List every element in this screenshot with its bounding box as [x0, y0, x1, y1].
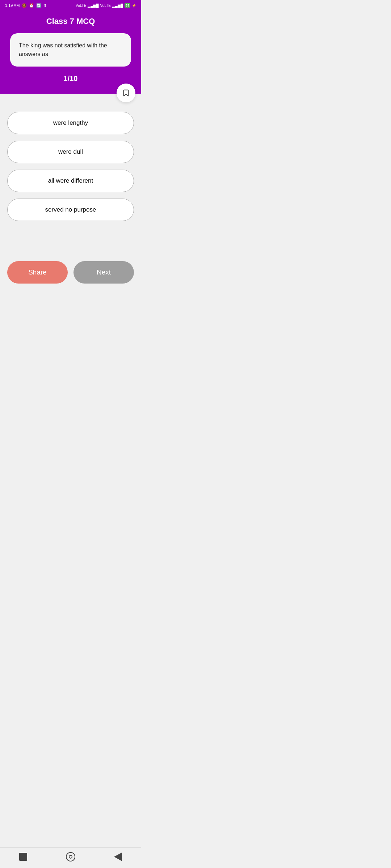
time-text: 1:19 AM: [5, 3, 20, 8]
option-3-button[interactable]: all were different: [7, 170, 134, 192]
volte-icon: VoLTE: [76, 4, 86, 8]
question-card: The king was not satisfied with the answ…: [10, 33, 131, 67]
next-button[interactable]: Next: [73, 261, 134, 284]
battery-indicator: 53: [125, 3, 130, 8]
status-indicators: VoLTE ▂▄▆█ VoLTE ▂▄▆█ 53 ⚡: [76, 3, 136, 8]
mute-icon: 🔕: [22, 3, 27, 8]
alarm-icon: ⏰: [29, 3, 34, 8]
status-bar: 1:19 AM 🔕 ⏰ 🔄 ⬆ VoLTE ▂▄▆█ VoLTE ▂▄▆█ 53…: [0, 0, 141, 10]
signal-2: ▂▄▆█: [112, 4, 123, 8]
share-button[interactable]: Share: [7, 261, 68, 284]
extra-icon: 🔄: [36, 3, 41, 8]
options-section: were lengthy were dull all were differen…: [0, 94, 141, 255]
header-section: Class 7 MCQ The king was not satisfied w…: [0, 10, 141, 94]
option-2-button[interactable]: were dull: [7, 141, 134, 163]
bookmark-button[interactable]: [117, 84, 135, 102]
bookmark-icon: [122, 89, 130, 97]
progress-indicator: 1/10: [7, 75, 134, 83]
charging-icon: ⚡: [132, 4, 136, 8]
bottom-actions: Share Next: [0, 255, 141, 312]
signal-1: ▂▄▆█: [88, 4, 98, 8]
volte-icon-2: VoLTE: [100, 4, 111, 8]
option-1-button[interactable]: were lengthy: [7, 112, 134, 134]
app-title: Class 7 MCQ: [7, 17, 134, 26]
upload-icon: ⬆: [43, 3, 47, 8]
question-text: The king was not satisfied with the answ…: [19, 42, 107, 57]
status-time: 1:19 AM 🔕 ⏰ 🔄 ⬆: [5, 3, 47, 8]
option-4-button[interactable]: served no purpose: [7, 199, 134, 221]
